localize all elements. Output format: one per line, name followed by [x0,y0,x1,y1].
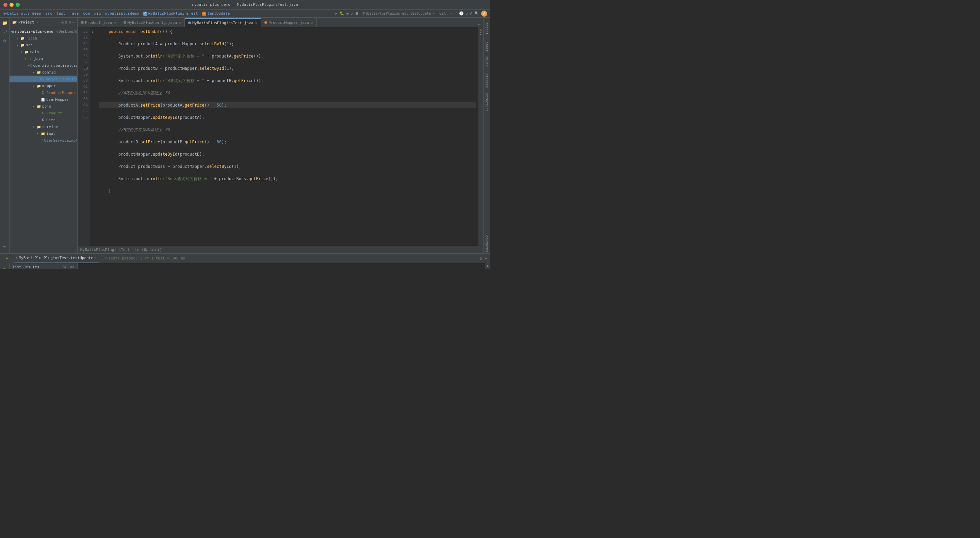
editor-right-gutter: ⚠ 1 [479,27,483,246]
tab-product-java[interactable]: Product.java × [78,18,120,27]
code-content[interactable]: public void testUpdate() { Product produ… [96,27,479,246]
tree-product[interactable]: ▸ C Product [10,110,77,117]
title-bar: mybatis-plus-demo – MyBatisPlusPluginsTe… [0,0,490,10]
tree-idea[interactable]: ▸ 📁 .idea [10,35,77,42]
breadcrumb-class[interactable]: MyBatisPlusPluginsTest [80,247,130,252]
tree-impl[interactable]: ▾ 📁 impl [10,130,77,137]
folder-icon: 📂 [12,20,17,24]
run-panel: ▶ ⚙ MyBatisPlusPluginsTest.testUpdate × … [0,253,490,269]
test-results-header: Test Results 345 ms [10,263,77,269]
warning-icon: ⚠ [480,28,482,31]
commit-icon[interactable]: ⎇ [1,28,8,35]
window-controls[interactable] [3,3,20,7]
main-layout: 📁 ⎇ ⚙ ≡ 📂 Project ▾ ◎ ⊟ ⚙ − ▾ ■ mybatis-… [0,18,490,253]
close-button[interactable] [3,3,8,7]
maximize-button[interactable] [16,3,20,7]
gutter: ▶ [90,27,96,246]
tree-java[interactable]: ▾ ☕ java [10,55,77,62]
run-config-selector[interactable]: MyBatisPlusPluginsTest.testUpdate ▾ [363,11,435,15]
code-editor: 52 53 54 55 56 57 58 59 60 61 62 63 64 6… [78,27,483,246]
project-icon[interactable]: 📁 [1,19,8,27]
tree-mybatisplusconfig[interactable]: ▸ C MyBatisPlusConfig [10,76,77,82]
right-commit-label[interactable]: Commit [484,38,489,53]
tab-productmapper-java[interactable]: ProductMapper.java × [261,18,317,27]
breadcrumb-project[interactable]: mybatis-plus-demo [3,11,41,16]
run-close-button[interactable]: × [95,256,97,260]
run-gutter-icon[interactable]: ▶ [90,29,96,35]
project-panel-header: 📂 Project ▾ ◎ ⊟ ⚙ − [10,18,77,27]
editor-area: Product.java × MyBatisPlusConfig.java × … [78,18,483,253]
debug-button[interactable]: 🐛 [340,11,344,16]
right-bookmarks-label[interactable]: Bookmarks [484,232,489,253]
test-status: ✓ Tests passed: 1 of 1 test – 345 ms [105,256,185,260]
run-again-button[interactable]: ▶ [4,255,10,262]
structure-icon[interactable]: ≡ [1,243,8,251]
tree-user[interactable]: ▸ C User [10,117,77,123]
breadcrumb-method[interactable]: testUpdate() [135,247,162,252]
tree-userserviceimpl[interactable]: ▸ C UserServiceImpl [10,137,77,144]
tree-usermapper[interactable]: ▸ 📄 UserMapper [10,96,77,103]
project-panel-title: Project [18,20,34,24]
line-numbers: 52 53 54 55 56 57 58 59 60 61 62 63 64 6… [78,27,90,246]
tree-config[interactable]: ▾ 📁 config [10,69,77,76]
hide-run-icon[interactable]: − [485,256,487,261]
collapse-icon[interactable]: ⊟ [65,20,67,24]
console-output[interactable]: ==> Preparing: SELECT id,name,price,vers… [78,263,485,269]
settings-icon[interactable]: ⚙ [69,20,71,24]
right-structure-label[interactable]: Structure [484,92,489,113]
left-sidebar-icons: 📁 ⎇ ⚙ ≡ [0,18,10,253]
editor-breadcrumb: MyBatisPlusPluginsTest › testUpdate() [78,246,483,253]
console-scrollbar[interactable]: ▲ ▼ [485,263,490,269]
window-title: mybatis-plus-demo – MyBatisPlusPluginsTe… [192,2,298,7]
user-avatar[interactable]: A [481,11,487,17]
coverage-button[interactable]: ◉ [347,11,349,16]
hide-icon[interactable]: − [72,20,75,24]
right-sidebar: Project Commit Maven Database Structure … [483,18,490,253]
run-button[interactable]: ▶ [335,11,337,16]
tree-pojo[interactable]: ▾ 📁 pojo [10,103,77,110]
tree-service[interactable]: ▾ 📁 service [10,123,77,130]
top-toolbar: ▶ 🐛 ◉ ↺ ⏹ MyBatisPlusPluginsTest.testUpd… [335,11,487,17]
tab-bar: Product.java × MyBatisPlusConfig.java × … [78,18,483,27]
tab-mybatisplusconfig-java[interactable]: MyBatisPlusConfig.java × [120,18,185,27]
settings-icon[interactable]: ⚙ [480,256,482,261]
breadcrumb-bar: mybatis-plus-demo › src › test › java › … [0,10,490,18]
run-content: ▶ ✓ ⬛ ‖ ↑ ↓ ≡ ⊞ ⤵ ⚙ Test Results 345 ms … [0,263,490,269]
tree-productmapper[interactable]: ▸ I ProductMapper [10,89,77,96]
tree-src[interactable]: ▾ 📁 src [10,42,77,48]
tree-main[interactable]: ▾ 📁 main [10,48,77,55]
tree-root[interactable]: ▾ ■ mybatis-plus-demo ~/Desktop/developm… [10,28,77,35]
tab-mybatisplusplugins-java[interactable]: MyBatisPlusPluginsTest.java × [185,18,261,27]
test-results-panel: Test Results 345 ms ▾ ✓ Test Results 345… [10,263,78,269]
run-vertical-toolbar: ▶ ✓ ⬛ ‖ ↑ ↓ ≡ ⊞ ⤵ ⚙ [0,263,10,269]
locate-icon[interactable]: ◎ [62,20,64,24]
run-play-button[interactable]: ▶ [1,265,8,269]
run-tab[interactable]: ⚙ MyBatisPlusPluginsTest.testUpdate × [14,254,99,263]
right-maven-label[interactable]: Maven [484,55,489,68]
tree-mapper-folder[interactable]: ▾ 📁 mapper [10,82,77,89]
settings-icon[interactable]: ⚙ [1,37,8,44]
project-panel: 📂 Project ▾ ◎ ⊟ ⚙ − ▾ ■ mybatis-plus-dem… [10,18,78,253]
minimize-button[interactable] [10,3,14,7]
run-header: ▶ ⚙ MyBatisPlusPluginsTest.testUpdate × … [0,254,490,263]
tree-package[interactable]: ▾ ⬡ com.xiu.mybatisplusdemo [10,62,77,69]
project-tree: ▾ ■ mybatis-plus-demo ~/Desktop/developm… [10,27,77,253]
right-project-label[interactable]: Project [484,19,489,36]
tab-more[interactable]: ⋯ [476,22,483,27]
right-database-label[interactable]: Database [484,70,489,89]
